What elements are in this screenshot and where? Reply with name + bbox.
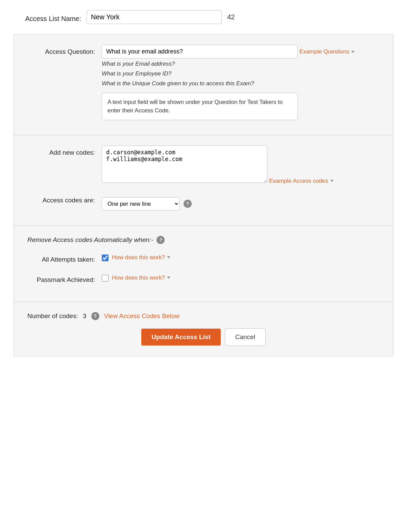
passmark-help-label: How does this work?: [112, 274, 165, 281]
example-question-1: What is your Email address?: [102, 59, 380, 69]
example-access-codes-toggle[interactable]: Example Access codes: [269, 178, 334, 184]
access-question-section: Access Question: Example Questions What …: [14, 35, 393, 135]
view-access-codes-link[interactable]: View Access Codes Below: [104, 312, 180, 320]
access-question-content: Example Questions What is your Email add…: [102, 45, 380, 120]
update-access-list-button[interactable]: Update Access List: [141, 329, 221, 346]
number-of-codes-label: Number of codes:: [27, 312, 78, 320]
add-codes-row: Add new codes: d.carson@example.com f.wi…: [27, 146, 380, 189]
access-codes-format-row: Access codes are: One per new line Comma…: [27, 193, 380, 210]
passmark-arrow-icon: [167, 276, 170, 279]
access-list-name-label: Access List Name:: [14, 12, 81, 23]
all-attempts-arrow-icon: [167, 256, 170, 259]
number-row: Number of codes: 3 ? View Access Codes B…: [27, 312, 380, 320]
add-codes-section: Add new codes: d.carson@example.com f.wi…: [14, 135, 393, 226]
all-attempts-row: All Attempts taken: How does this work?: [27, 251, 380, 265]
example-questions-list: What is your Email address? What is your…: [102, 59, 380, 89]
remove-section-title-row: Remove Access codes Automatically when:-…: [27, 236, 380, 244]
number-of-codes-help-icon[interactable]: ?: [91, 312, 99, 320]
access-list-name-input[interactable]: [87, 10, 222, 24]
example-access-codes-arrow-icon: [330, 180, 334, 182]
access-question-row: Access Question: Example Questions What …: [27, 45, 380, 120]
all-attempts-checkbox[interactable]: [102, 254, 109, 261]
add-codes-textarea[interactable]: d.carson@example.com f.williams@example.…: [102, 146, 267, 183]
remove-section-title: Remove Access codes Automatically when:-: [27, 236, 153, 244]
char-count: 42: [227, 13, 235, 21]
access-question-label: Access Question:: [27, 45, 95, 56]
cancel-button[interactable]: Cancel: [225, 328, 266, 346]
access-codes-format-select[interactable]: One per new line Comma separated Semicol…: [102, 197, 179, 210]
example-question-2: What is your Employee ID?: [102, 69, 380, 79]
main-container: Access Question: Example Questions What …: [14, 34, 393, 356]
access-codes-format-content: One per new line Comma separated Semicol…: [102, 193, 380, 210]
passmark-row: Passmark Achieved: How does this work?: [27, 271, 380, 285]
all-attempts-help-toggle[interactable]: How does this work?: [112, 254, 170, 261]
example-questions-arrow-icon: [351, 51, 355, 53]
passmark-help-toggle[interactable]: How does this work?: [112, 274, 170, 281]
access-codes-format-label: Access codes are:: [27, 193, 95, 204]
passmark-content: How does this work?: [102, 271, 170, 285]
passmark-label: Passmark Achieved:: [27, 273, 95, 284]
access-code-info-box: A text input field will be shown under y…: [102, 93, 298, 120]
example-access-codes-label: Example Access codes: [269, 178, 328, 184]
access-codes-format-row-inner: One per new line Comma separated Semicol…: [102, 197, 380, 210]
example-question-3: What is the Unique Code given to you to …: [102, 79, 380, 89]
access-list-name-row: Access List Name: 42: [14, 10, 393, 24]
number-of-codes-value: 3: [83, 312, 87, 320]
add-codes-content: d.carson@example.com f.williams@example.…: [102, 146, 380, 189]
remove-access-codes-section: Remove Access codes Automatically when:-…: [14, 226, 393, 302]
all-attempts-content: How does this work?: [102, 251, 170, 265]
example-questions-toggle[interactable]: Example Questions: [300, 48, 355, 55]
number-of-codes-section: Number of codes: 3 ? View Access Codes B…: [14, 302, 393, 356]
access-codes-help-icon[interactable]: ?: [184, 200, 192, 208]
passmark-checkbox[interactable]: [102, 275, 109, 282]
all-attempts-label: All Attempts taken:: [27, 252, 95, 263]
access-question-input[interactable]: [102, 45, 298, 59]
example-questions-toggle-label: Example Questions: [300, 48, 349, 55]
all-attempts-help-label: How does this work?: [112, 254, 165, 261]
button-row: Update Access List Cancel: [27, 328, 380, 346]
add-codes-label: Add new codes:: [27, 146, 95, 156]
remove-section-help-icon[interactable]: ?: [157, 236, 165, 244]
